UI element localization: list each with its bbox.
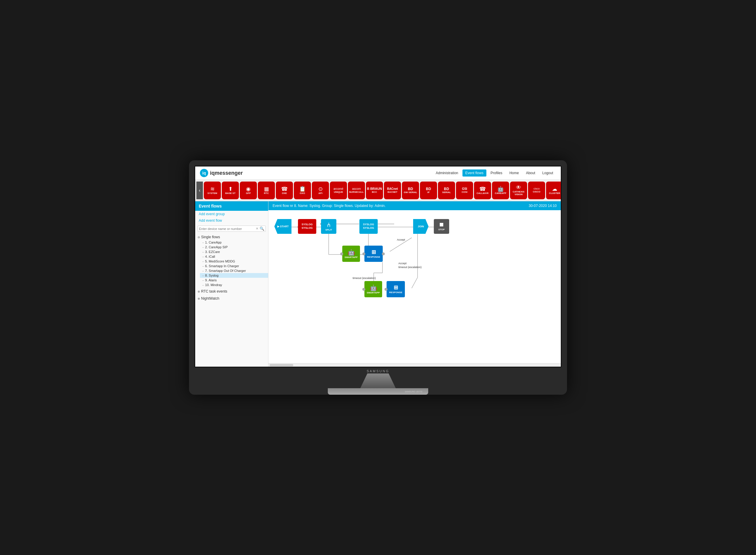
samsung-label: SAMSUNG — [367, 368, 389, 374]
icon-gw-serial[interactable]: BD GW SERIAL — [402, 181, 419, 199]
toggle-icon-rtc: ⊕ — [198, 290, 200, 293]
icon-callivr[interactable]: ☎ CALL&IVR — [474, 181, 491, 199]
top-nav: iq iqmessenger Administration Event flow… — [195, 167, 561, 180]
canvas-header: Event flow nr 8. Name: Syslog. Group: Si… — [268, 201, 561, 210]
icon-bar-prev[interactable]: ‹ — [196, 181, 203, 199]
icon-unique[interactable]: arcomé UNIQUE — [330, 181, 347, 199]
flow-diagram: ▶ START SYSLOGSYSLOG ⑃ SPLIT — [268, 210, 561, 363]
icon-api[interactable]: ⊙ API — [312, 181, 329, 199]
node-response1-icon: ⊞ — [372, 249, 376, 256]
add-event-flow-link[interactable]: Add event flow — [195, 217, 268, 224]
nav-about[interactable]: About — [523, 169, 538, 176]
node-response1-label: RESPONSE — [367, 256, 380, 259]
label-timeout-1: timeout (escalation) — [352, 276, 376, 280]
icon-careapp[interactable]: 🤖 CAREAPP — [492, 181, 509, 199]
tree-item-mindray[interactable]: 10. Mindray — [200, 283, 268, 287]
monitor-stand: SAMSUNG SAMSUNG UD770 — [194, 368, 562, 395]
logo: iq iqmessenger — [200, 169, 243, 177]
tree-item-smartapp-in[interactable]: 6. Smartapp In Charger — [200, 264, 268, 268]
connector-dot-r1 — [362, 252, 365, 255]
label-accept-2: Accept — [398, 262, 407, 265]
icon-rtc[interactable]: ▦ RTC — [258, 181, 275, 199]
search-box: ✕ 🔍 — [198, 225, 266, 232]
tree-item-syslog[interactable]: 8. Syslog — [200, 273, 268, 278]
node-syslog1-label: SYSLOGSYSLOG — [301, 223, 313, 230]
icon-system[interactable]: ≋ SYSTEM — [204, 181, 221, 199]
tree-group-nightwatch: ⊕ NightWatch — [195, 295, 268, 302]
icon-serial[interactable]: BD SERIAL — [438, 181, 455, 199]
screen: iq iqmessenger Administration Event flow… — [194, 166, 562, 368]
canvas-scrollbar-h[interactable] — [268, 363, 561, 367]
search-clear-icon[interactable]: ✕ — [256, 227, 258, 230]
node-syslog-2[interactable]: SYSLOGSYSLOG — [360, 219, 378, 234]
node-split-label: SPLIT — [326, 228, 332, 231]
icon-nursecall[interactable]: ascom NURSECALL — [348, 181, 365, 199]
tree-item-mediscore[interactable]: 5. MediScore MDDG — [200, 259, 268, 264]
icon-ip[interactable]: BD IP — [420, 181, 437, 199]
node-response2-label: RESPONSE — [389, 291, 402, 294]
icon-cisco[interactable]: cisco CISCO — [528, 181, 545, 199]
canvas-header-text: Event flow nr 8. Name: Syslog. Group: Si… — [272, 204, 386, 208]
label-timeout-2: timeout (escalation) — [398, 266, 422, 269]
search-icon[interactable]: 🔍 — [260, 226, 264, 231]
icon-cosi[interactable]: G5I COSI — [456, 181, 473, 199]
icon-oxo[interactable]: 📋 OXO — [294, 181, 311, 199]
search-input[interactable] — [199, 227, 255, 230]
node-smartapp-1[interactable]: 🤖 SMARTAPP — [342, 246, 360, 262]
toggle-icon-nightwatch: ⊕ — [198, 297, 200, 300]
tree-item-ezcare[interactable]: 3. EZCare — [200, 250, 268, 254]
stand-base-text: SAMSUNG UD770 — [405, 391, 422, 393]
tree-item-icall[interactable]: 4. iCall — [200, 254, 268, 259]
node-smartapp2-label: SMARTAPP — [367, 291, 380, 294]
node-syslog2-label: SYSLOGSYSLOG — [363, 223, 374, 230]
toggle-icon: ⊖ — [198, 236, 200, 239]
icon-bar: ‹ ≋ SYSTEM ⬆ BASE ST ◉ GFP ▦ RTC ☎ OXE — [195, 180, 561, 201]
connector-dot-r1-right — [382, 252, 385, 255]
tree-item-alaris[interactable]: 9. Alaris — [200, 278, 268, 283]
svg-line-14 — [412, 278, 418, 288]
node-response-1[interactable]: ⊞ RESPONSE — [365, 246, 383, 262]
node-join[interactable]: JOIN — [413, 219, 428, 234]
node-syslog-1[interactable]: SYSLOGSYSLOG — [298, 219, 316, 234]
main-layout: Event flows Add event group Add event fl… — [195, 201, 561, 367]
connector-dot-sa2 — [362, 288, 365, 291]
icon-oxe[interactable]: ☎ OXE — [276, 181, 293, 199]
stand-neck — [360, 374, 396, 388]
nav-administration[interactable]: Administration — [433, 169, 461, 176]
node-split[interactable]: ⑃ SPLIT — [321, 219, 336, 234]
icon-gfp[interactable]: ◉ GFP — [240, 181, 257, 199]
node-stop[interactable]: ⏹ STOP — [434, 219, 449, 234]
node-smartapp1-label: SMARTAPP — [345, 256, 358, 259]
connector-dot-r2 — [384, 288, 387, 291]
nav-links: Administration Event flows Profiles Home… — [433, 169, 556, 176]
tree-group-nightwatch-label[interactable]: ⊕ NightWatch — [195, 296, 268, 301]
nav-event-flows[interactable]: Event flows — [462, 169, 487, 176]
tree-item-careapp-sip[interactable]: 2. CareApp SIP — [200, 245, 268, 250]
add-event-group-link[interactable]: Add event group — [195, 211, 268, 217]
tree-group-single-flows-label[interactable]: ⊖ Single flows — [195, 234, 268, 240]
node-split-symbol: ⑃ — [327, 221, 330, 228]
node-start[interactable]: ▶ START — [275, 219, 291, 234]
canvas-timestamp: 30-07-2020 14:10 — [529, 204, 557, 208]
logo-icon: iq — [200, 169, 208, 177]
nav-home[interactable]: Home — [506, 169, 522, 176]
canvas-body[interactable]: ▶ START SYSLOGSYSLOG ⑃ SPLIT — [268, 210, 561, 363]
tree-group-rtc: ⊕ RTC task events — [195, 288, 268, 295]
tree-item-careapp[interactable]: 1. CareApp — [200, 240, 268, 245]
tree-group-rtc-label[interactable]: ⊕ RTC task events — [195, 289, 268, 294]
icon-bcc[interactable]: B BRAUN BCC — [366, 181, 383, 199]
stand-base: SAMSUNG UD770 — [328, 388, 428, 395]
single-flows-items: 1. CareApp 2. CareApp SIP 3. EZCare 4. i… — [195, 240, 268, 287]
node-smartapp-2[interactable]: 🤖 SMARTAPP — [365, 281, 382, 297]
logo-text: iqmessenger — [210, 170, 243, 176]
nav-logout[interactable]: Logout — [539, 169, 556, 176]
tree-item-smartapp-out[interactable]: 7. Smartapp Out Of Charger — [200, 268, 268, 273]
node-smartapp1-icon: 🤖 — [347, 249, 355, 256]
icon-cluster[interactable]: ☁ CLUSTER — [546, 181, 561, 199]
icon-cathexis[interactable]: 👁 CATHEXIS VISION — [510, 181, 527, 199]
icon-bacnet[interactable]: BACnet BACNET — [384, 181, 401, 199]
node-start-label: ▶ START — [277, 225, 289, 228]
node-response-2[interactable]: ⊞ RESPONSE — [386, 281, 405, 297]
nav-profiles[interactable]: Profiles — [488, 169, 505, 176]
icon-basest[interactable]: ⬆ BASE ST — [222, 181, 239, 199]
